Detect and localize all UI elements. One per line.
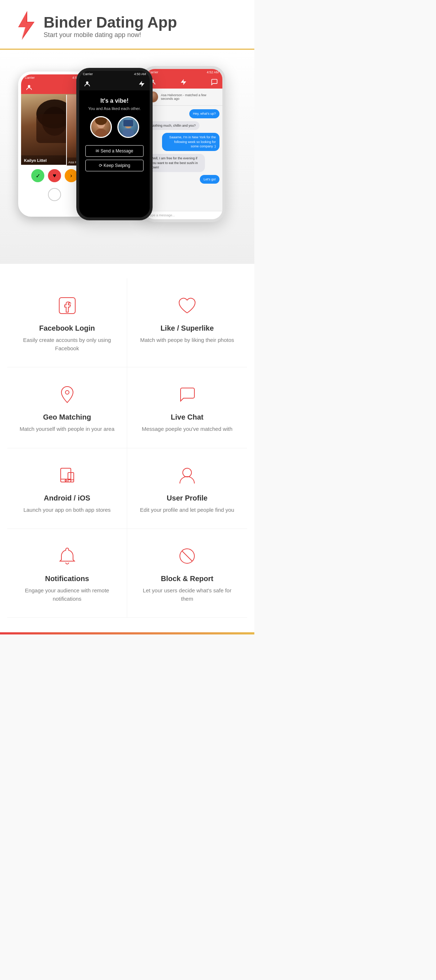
p1-carrier: Carrier (25, 76, 35, 80)
p1-next-button[interactable]: › (65, 169, 78, 182)
like-superlike-icon (174, 293, 200, 318)
p3-match-name: Asa Halvorson - matched a few seconds ag… (161, 93, 219, 100)
p1-heart-button[interactable]: ♥ (48, 169, 61, 182)
p3-messages: Hey, what's up? Nothing much, chillin an… (145, 106, 222, 211)
app-title: Binder Dating App (43, 14, 177, 31)
p2-avatar-girl (90, 116, 112, 138)
svg-line-26 (182, 551, 192, 561)
svg-point-18 (65, 391, 69, 394)
notifications-title: Notifications (18, 574, 116, 583)
svg-point-11 (95, 117, 107, 125)
features-section: Facebook Login Easily create accounts by… (0, 264, 254, 632)
geo-matching-title: Geo Matching (18, 413, 116, 422)
facebook-login-icon (54, 293, 80, 318)
p3-chat-header: Asa Halvorson - matched a few seconds ag… (145, 89, 222, 106)
phones-wrapper: Carrier 4:50 AM Kailyn Littel (14, 60, 240, 249)
feature-user-profile: User Profile Edit your profile and let p… (127, 448, 247, 529)
svg-point-7 (86, 81, 89, 84)
live-chat-title: Live Chat (138, 413, 236, 422)
user-profile-icon (174, 463, 200, 488)
facebook-login-title: Facebook Login (18, 324, 116, 332)
svg-rect-17 (59, 298, 75, 313)
logo-bolt-icon (14, 11, 36, 41)
svg-point-2 (28, 85, 30, 88)
header: Binder Dating App Start your mobile dati… (0, 0, 254, 50)
p2-avatars (85, 116, 144, 138)
p3-status-bar: Carrier 4:52 AM (145, 69, 222, 75)
features-grid: Facebook Login Easily create accounts by… (7, 278, 247, 618)
p3-nav (145, 75, 222, 89)
feature-block-report: Block & Report Let your users decide wha… (127, 529, 247, 618)
p2-nav (79, 77, 150, 91)
p2-send-message-button[interactable]: ✉ Send a Message (85, 145, 144, 157)
feature-notifications: Notifications Engage your audience with … (7, 529, 127, 618)
feature-android-ios: Android / iOS Launch your app on both ap… (7, 448, 127, 529)
android-ios-title: Android / iOS (18, 494, 116, 502)
notifications-icon (54, 543, 80, 569)
android-ios-desc: Launch your app on both app stores (18, 506, 116, 514)
bottom-bar (0, 632, 254, 635)
block-report-icon (174, 543, 200, 569)
header-text: Binder Dating App Start your mobile dati… (43, 14, 177, 39)
p2-time: 4:50 AM (134, 72, 146, 76)
p1-home-button[interactable] (48, 188, 61, 201)
msg-2: Nothing much, chillin and you? (147, 121, 205, 130)
msg-3: Saaame, I'm in New York for the followin… (162, 133, 219, 151)
block-report-title: Block & Report (138, 574, 236, 583)
facebook-login-desc: Easily create accounts by only using Fac… (18, 336, 116, 352)
live-chat-desc: Message poeple you've matched with (138, 425, 236, 433)
app-subtitle: Start your mobile dating app now! (43, 31, 177, 39)
feature-geo-matching: Geo Matching Match yourself with people … (7, 368, 127, 448)
p2-match-title: It's a vibe! (85, 98, 144, 104)
like-superlike-title: Like / Superlike (138, 324, 236, 332)
like-superlike-desc: Match with peope by liking their photos (138, 336, 236, 344)
p2-match-subtitle: You and Asa liked each other. (85, 107, 144, 111)
svg-marker-8 (139, 81, 145, 87)
p2-carrier: Carrier (83, 72, 93, 76)
user-profile-desc: Edit your profile and let people find yo… (138, 506, 236, 514)
svg-point-24 (183, 468, 192, 477)
p2-avatar-boy (117, 116, 139, 138)
p1-check-button[interactable]: ✓ (31, 169, 44, 182)
phone-2: Carrier 4:50 AM It's a vibe! You and Asa… (76, 68, 153, 220)
p3-message-input[interactable]: Type a message... (145, 211, 222, 219)
phone-3: Carrier 4:52 AM Asa Halvorson - matched … (142, 66, 225, 222)
geo-matching-icon (54, 382, 80, 407)
feature-like-superlike: Like / Superlike Match with peope by lik… (127, 278, 247, 368)
live-chat-icon (174, 382, 200, 407)
svg-marker-1 (19, 12, 34, 38)
block-report-desc: Let your users decide what's safe for th… (138, 587, 236, 603)
svg-marker-16 (181, 79, 186, 85)
msg-1: Hey, what's up? (162, 109, 219, 118)
svg-rect-13 (123, 120, 133, 126)
p2-status-bar: Carrier 4:50 AM (79, 71, 150, 77)
user-profile-title: User Profile (138, 494, 236, 502)
msg-4: Well, I am free for the evening if you w… (147, 154, 205, 172)
phones-section: Carrier 4:50 AM Kailyn Littel (0, 50, 254, 264)
p2-match-overlay: It's a vibe! You and Asa liked each othe… (79, 91, 150, 215)
svg-point-10 (95, 129, 107, 137)
msg-5: Let's go! (162, 175, 219, 184)
geo-matching-desc: Match yourself with people in your area (18, 425, 116, 433)
feature-facebook-login: Facebook Login Easily create accounts by… (7, 278, 127, 368)
p2-keep-swiping-button[interactable]: ⟳ Keep Swiping (85, 160, 144, 171)
svg-point-21 (65, 480, 67, 481)
p3-time: 4:52 AM (207, 70, 219, 74)
svg-point-14 (122, 129, 134, 137)
feature-live-chat: Live Chat Message poeple you've matched … (127, 368, 247, 448)
notifications-desc: Engage your audience with remote notific… (18, 587, 116, 603)
android-ios-icon (54, 463, 80, 488)
